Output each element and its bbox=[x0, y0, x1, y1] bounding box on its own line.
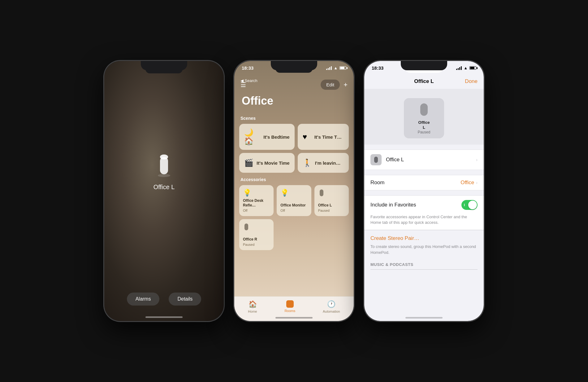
desk-name: Office Desk Refle… bbox=[243, 198, 270, 208]
chevron-right-icon: › bbox=[476, 157, 478, 162]
phone-2-status-icons: ▲ bbox=[326, 66, 346, 70]
room-row[interactable]: Room Office › bbox=[364, 175, 484, 190]
scene-time[interactable]: ♥ It's Time T… bbox=[298, 124, 349, 150]
phone-1-screen: Office L Alarms Details bbox=[104, 61, 224, 321]
accessory-office-r[interactable]: Office R Paused bbox=[239, 219, 274, 250]
device-preview-status: Paused bbox=[418, 130, 430, 134]
phone-1-notch bbox=[145, 65, 183, 73]
phone-3-status-bar: 18:33 ▲ bbox=[364, 65, 484, 71]
accessories-label: Accessories bbox=[239, 177, 349, 182]
home-indicator-2[interactable] bbox=[275, 317, 313, 319]
device-name-label: Office L bbox=[386, 157, 476, 163]
device-name-section: Office L › bbox=[364, 150, 484, 170]
back-button[interactable]: ◀ Search bbox=[240, 78, 257, 83]
tab-rooms[interactable]: Rooms bbox=[284, 300, 295, 313]
accessory-office-l[interactable]: Office L Paused bbox=[314, 185, 349, 216]
device-preview-homepod-icon bbox=[418, 102, 430, 118]
power-button-2[interactable] bbox=[354, 129, 354, 157]
scene-movie-name: It's Movie Time bbox=[257, 160, 290, 166]
desk-light-icon: 💡 bbox=[243, 189, 270, 197]
phone-2-screen: 18:33 ▲ ☰ Edit bbox=[234, 61, 354, 321]
room-section: Room Office › bbox=[364, 175, 484, 190]
toggle-on-label: I bbox=[464, 203, 465, 207]
svg-point-2 bbox=[160, 154, 168, 159]
phone-3-time: 18:33 bbox=[372, 65, 383, 71]
phone-1-device-name: Office L bbox=[153, 184, 175, 191]
room-label: Room bbox=[370, 180, 384, 186]
back-label: ◀ Search bbox=[240, 78, 257, 83]
add-button[interactable]: + bbox=[344, 81, 348, 89]
tab-home[interactable]: 🏠 Home bbox=[248, 300, 257, 313]
accessory-monitor[interactable]: 💡 Office Monitor Off bbox=[277, 185, 311, 216]
phone-2-status-bar: 18:33 ▲ bbox=[234, 65, 354, 71]
accessory-desk[interactable]: 💡 Office Desk Refle… Off bbox=[239, 185, 274, 216]
scene-time-name: It's Time T… bbox=[314, 134, 342, 140]
power-button[interactable] bbox=[224, 129, 224, 157]
phone-1-action-buttons: Alarms Details bbox=[104, 293, 224, 306]
device-preview-section: OfficeL Paused bbox=[364, 89, 484, 145]
svg-point-0 bbox=[158, 174, 170, 177]
phone-1-background bbox=[104, 61, 224, 321]
scene-time-icon: ♥ bbox=[303, 132, 311, 141]
accessories-grid: 💡 Office Desk Refle… Off 💡 Office Monito… bbox=[239, 185, 349, 250]
homepod-display: Office L bbox=[153, 154, 175, 191]
stereo-description: To create stereo sound, group this HomeP… bbox=[364, 243, 484, 259]
phone-2-time: 18:33 bbox=[242, 65, 253, 71]
office-l-name: Office L bbox=[318, 203, 345, 208]
favorites-label: Include in Favorites bbox=[370, 202, 416, 208]
scene-movie[interactable]: 🎬 It's Movie Time bbox=[239, 153, 295, 173]
room-value: Office bbox=[460, 180, 474, 186]
office-r-icon bbox=[243, 223, 270, 232]
monitor-light-icon: 💡 bbox=[280, 189, 307, 197]
stereo-section: Create Stereo Pair… bbox=[364, 230, 484, 243]
automation-tab-icon: 🕐 bbox=[327, 300, 335, 308]
room-chevron-icon: › bbox=[476, 180, 478, 185]
scene-leaving[interactable]: 🚶 I'm leavin… bbox=[298, 153, 349, 173]
phone-2-notch bbox=[275, 64, 313, 73]
office-r-name: Office R bbox=[243, 237, 270, 242]
music-section-label: MUSIC & PODCASTS bbox=[364, 260, 484, 269]
home-tab-icon: 🏠 bbox=[249, 300, 257, 308]
office-l-status: Paused bbox=[318, 209, 345, 212]
device-preview-card: OfficeL Paused bbox=[404, 98, 444, 138]
favorites-section: Include in Favorites I Favorite accessor… bbox=[364, 195, 484, 230]
svg-rect-1 bbox=[160, 157, 168, 174]
music-divider bbox=[370, 269, 478, 270]
scenes-grid: 🌙🏠 It's Bedtime ♥ It's Time T… 🎬 It's Mo… bbox=[239, 124, 349, 173]
phone-3-nav: Office L Done bbox=[364, 76, 484, 87]
phone-2-content: Scenes 🌙🏠 It's Bedtime ♥ It's Time T… 🎬 … bbox=[234, 112, 354, 299]
svg-rect-5 bbox=[420, 103, 428, 116]
home-indicator-1[interactable] bbox=[145, 316, 183, 318]
device-row-icon bbox=[370, 154, 382, 165]
favorites-toggle[interactable]: I bbox=[461, 200, 478, 210]
signal-icon-3 bbox=[456, 66, 462, 70]
done-button[interactable]: Done bbox=[465, 78, 478, 85]
edit-button[interactable]: Edit bbox=[321, 80, 340, 90]
scene-movie-icon: 🎬 bbox=[244, 158, 253, 167]
home-indicator-3[interactable] bbox=[405, 317, 443, 319]
svg-rect-6 bbox=[374, 157, 378, 163]
automation-tab-label: Automation bbox=[323, 310, 340, 313]
phone-3: 18:33 ▲ Office L Done bbox=[364, 60, 484, 322]
phone-3-screen: 18:33 ▲ Office L Done bbox=[364, 61, 484, 321]
details-button[interactable]: Details bbox=[169, 293, 201, 306]
wifi-icon-3: ▲ bbox=[464, 66, 468, 70]
stereo-pair-link[interactable]: Create Stereo Pair… bbox=[370, 235, 478, 241]
device-name-row: Office L › bbox=[364, 150, 484, 170]
monitor-name: Office Monitor bbox=[280, 203, 307, 208]
rooms-tab-label: Rooms bbox=[284, 309, 295, 313]
office-r-status: Paused bbox=[243, 243, 270, 246]
scene-bedtime[interactable]: 🌙🏠 It's Bedtime bbox=[239, 124, 295, 150]
desk-status: Off bbox=[243, 209, 270, 212]
homepod-icon bbox=[153, 154, 175, 179]
rooms-tab-icon bbox=[286, 300, 294, 308]
tab-automation[interactable]: 🕐 Automation bbox=[323, 300, 340, 313]
power-button-3[interactable] bbox=[484, 129, 484, 157]
scenes-label: Scenes bbox=[239, 116, 349, 121]
signal-icon bbox=[326, 66, 332, 70]
phone-3-status-icons: ▲ bbox=[456, 66, 476, 70]
office-l-icon bbox=[318, 189, 345, 198]
alarms-button[interactable]: Alarms bbox=[127, 293, 160, 306]
home-tab-label: Home bbox=[248, 310, 257, 313]
room-title: Office bbox=[242, 94, 273, 107]
